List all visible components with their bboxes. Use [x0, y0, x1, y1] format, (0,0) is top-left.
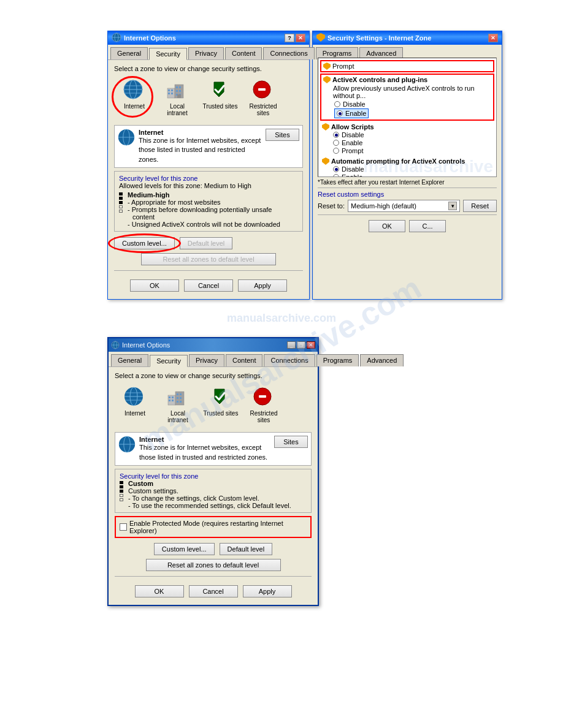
svg-rect-40	[172, 400, 174, 401]
custom-default-row: Custom level... Default level	[114, 235, 303, 252]
ok-button-bottom[interactable]: OK	[135, 585, 184, 597]
reset-all-button[interactable]: Reset all zones to default level	[141, 253, 276, 265]
cancel-button-right[interactable]: C...	[409, 220, 446, 232]
info-text-bottom: This zone is for Internet websites, exce…	[139, 443, 270, 462]
scripts-prompt-radio[interactable]	[333, 148, 339, 154]
zones-row: Internet	[114, 75, 303, 121]
zone-restricted-sites-bottom[interactable]: Restrictedsites	[246, 387, 282, 423]
reset-all-button-bottom[interactable]: Reset all zones to default level	[146, 559, 281, 571]
zone-internet[interactable]: Internet	[117, 80, 152, 116]
cancel-button-bottom[interactable]: Cancel	[189, 585, 238, 597]
sites-button[interactable]: Sites	[266, 129, 299, 141]
ok-button-top-left[interactable]: OK	[130, 279, 179, 292]
cancel-button-top-left[interactable]: Cancel	[184, 279, 233, 292]
close-btn-bottom[interactable]: ✕	[307, 341, 315, 349]
tab-programs-bottom[interactable]: Programs	[316, 354, 359, 366]
tab-general-bottom[interactable]: General	[111, 354, 148, 366]
dropdown-arrow[interactable]: ▼	[448, 202, 457, 210]
reset-button[interactable]: Reset	[463, 200, 497, 212]
ok-cancel-apply-row-bottom: OK Cancel Apply	[115, 580, 312, 600]
svg-rect-42	[180, 393, 182, 395]
titlebar-text-top-left: Internet Options	[124, 34, 176, 42]
svg-rect-38	[172, 396, 174, 398]
tab-content-bottom[interactable]: Content	[226, 354, 263, 366]
default-level-button[interactable]: Default level	[180, 237, 233, 249]
zone-restricted-sites-label: Restrictedsites	[249, 103, 277, 116]
close-button-right[interactable]: ✕	[488, 34, 498, 42]
reset-label: Reset custom settings	[318, 191, 497, 198]
apply-button-top-left[interactable]: Apply	[238, 279, 287, 292]
allow-scripts-header: Allow Scripts	[322, 123, 492, 131]
center-watermark: manualsarchive.com	[12, 312, 551, 325]
info-text-area: Internet This zone is for Internet websi…	[139, 129, 262, 164]
svg-rect-13	[168, 93, 170, 94]
bar4b	[120, 494, 123, 497]
svg-rect-21	[177, 94, 181, 98]
svg-rect-14	[171, 93, 173, 94]
level-text-area-bottom: Custom Custom settings. - To change the …	[128, 480, 291, 509]
zone-trusted-sites-bottom[interactable]: Trusted sites	[203, 387, 239, 423]
tab-privacy[interactable]: Privacy	[188, 47, 224, 59]
svg-rect-46	[180, 401, 182, 403]
enable-radio[interactable]	[337, 110, 343, 116]
security-settings-body: Settings Prompt ActiveX con	[313, 45, 502, 238]
level-item-3: - Unsigned ActiveX controls will not be …	[128, 221, 280, 228]
auto-enable-radio[interactable]	[333, 174, 339, 177]
tab-advanced-bottom[interactable]: Advanced	[360, 354, 404, 366]
titlebar-bottom: Internet Options _ □ ✕	[109, 338, 318, 352]
scripts-disable-label: Disable	[342, 131, 364, 138]
protected-mode-checkbox[interactable]	[120, 523, 127, 531]
internet-options-dialog-top: Internet Options ? ✕ General Security Pr…	[107, 31, 310, 300]
enable-label: Enable	[345, 110, 366, 117]
tab-general[interactable]: General	[110, 47, 148, 59]
level-item-3-bottom: - To use the recommended settings, click…	[128, 502, 291, 509]
tab-security-bottom[interactable]: Security	[150, 355, 188, 367]
security-level-label: Security level for this zone	[119, 175, 298, 182]
buildings-svg-bottom	[167, 387, 186, 406]
tab-privacy-bottom[interactable]: Privacy	[189, 354, 224, 366]
tab-connections[interactable]: Connections	[263, 47, 314, 59]
minimize-btn-bottom[interactable]: _	[287, 341, 296, 349]
tab-connections-bottom[interactable]: Connections	[264, 354, 315, 366]
maximize-btn-bottom[interactable]: □	[297, 341, 305, 349]
reset-row: Reset to: Medium-high (default) ▼ Reset	[318, 200, 497, 212]
custom-level-button[interactable]: Custom level...	[114, 237, 175, 249]
top-section: Internet Options ? ✕ General Security Pr…	[12, 31, 551, 300]
reset-section: Reset custom settings Reset to: Medium-h…	[318, 188, 497, 214]
help-button[interactable]: ?	[285, 34, 294, 42]
auto-disable-radio[interactable]	[333, 166, 339, 172]
svg-rect-48	[259, 395, 266, 398]
globe-svg-bottom	[124, 387, 144, 406]
note-text: *Takes effect after you restart Internet…	[318, 177, 497, 188]
zone-local-intranet[interactable]: Local intranet	[159, 80, 195, 116]
zone-trusted-sites[interactable]: Trusted sites	[202, 80, 238, 116]
zone-label: Select a zone to view or change security…	[114, 65, 303, 72]
zone-local-intranet-bottom[interactable]: Local intranet	[160, 387, 196, 423]
bar3b	[120, 490, 123, 493]
ok-button-right[interactable]: OK	[369, 220, 405, 232]
reset-dropdown[interactable]: Medium-high (default) ▼	[348, 200, 460, 212]
close-button[interactable]: ✕	[296, 34, 305, 42]
disable-radio[interactable]	[334, 101, 340, 107]
enable-option-selected: Enable	[334, 108, 369, 118]
restricted-sites-icon-bottom	[253, 387, 275, 409]
custom-level-btn-wrap: Custom level...	[114, 237, 175, 249]
tab-content[interactable]: Content	[225, 47, 262, 59]
info-text-area-bottom: Internet This zone is for Internet websi…	[139, 436, 270, 462]
buildings-svg	[166, 80, 186, 99]
local-intranet-icon	[166, 80, 188, 102]
protected-mode-area: Enable Protected Mode (requires restarti…	[115, 516, 312, 538]
zone-restricted-sites[interactable]: Restrictedsites	[245, 80, 281, 116]
zone-trusted-sites-label-bottom: Trusted sites	[204, 410, 239, 417]
svg-rect-15	[176, 86, 178, 88]
custom-level-button-bottom[interactable]: Custom level...	[154, 543, 215, 555]
sites-button-bottom[interactable]: Sites	[274, 436, 308, 448]
apply-button-bottom[interactable]: Apply	[243, 585, 292, 597]
default-level-button-bottom[interactable]: Default level	[220, 543, 273, 555]
bottom-section: Internet Options _ □ ✕ General Security …	[12, 337, 551, 606]
scripts-disable-radio[interactable]	[333, 132, 339, 138]
tab-security[interactable]: Security	[149, 48, 187, 60]
zone-internet-bottom[interactable]: Internet	[117, 387, 153, 423]
scripts-enable-radio[interactable]	[333, 140, 339, 146]
bar1	[119, 192, 123, 195]
